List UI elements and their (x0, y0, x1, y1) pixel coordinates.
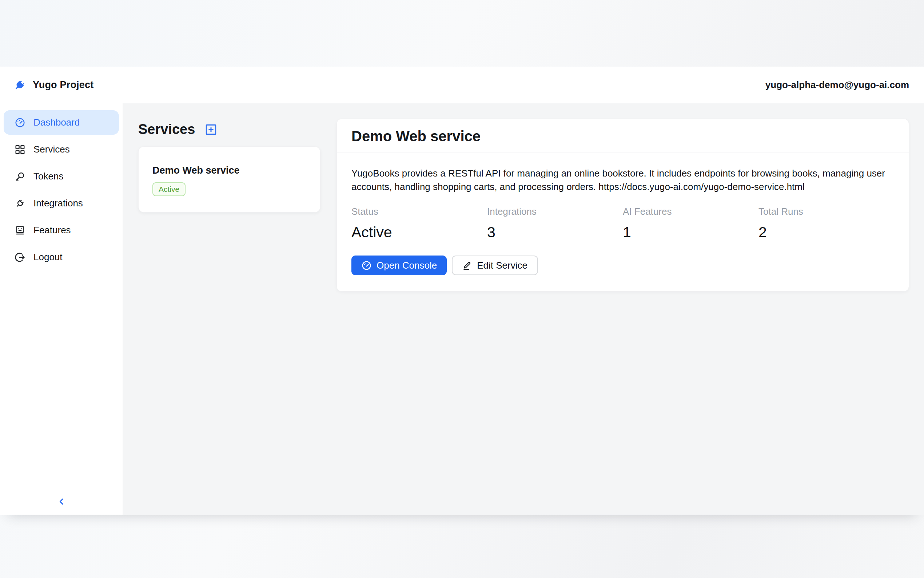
sidebar-item-label: Logout (34, 252, 63, 263)
key-icon (15, 171, 26, 182)
service-detail-title: Demo Web service (351, 128, 894, 144)
edit-service-label: Edit Service (477, 260, 528, 271)
main-content: Services Demo Web service Active Demo We… (123, 103, 924, 515)
stat-integrations: Integrations 3 (487, 206, 623, 241)
logout-icon (15, 252, 26, 263)
sidebar-nav: Dashboard Services Token (4, 110, 119, 270)
stat-value: 1 (623, 224, 759, 241)
edit-service-button[interactable]: Edit Service (452, 255, 538, 275)
app-header: Yugo Project yugo-alpha-demo@yugo-ai.com (0, 67, 924, 103)
user-email: yugo-alpha-demo@yugo-ai.com (765, 80, 909, 91)
sidebar-item-dashboard[interactable]: Dashboard (4, 110, 119, 135)
stat-label: Integrations (487, 206, 623, 217)
service-description: YugoBooks provides a RESTful API for man… (351, 167, 894, 194)
stat-label: Status (351, 206, 487, 217)
sidebar-item-label: Features (34, 224, 71, 236)
stat-value: Active (351, 224, 487, 241)
stat-value: 3 (487, 224, 623, 241)
open-console-button[interactable]: Open Console (351, 255, 447, 275)
app-logo-plug-icon (13, 79, 26, 92)
chevron-left-icon (56, 496, 67, 507)
service-status-badge: Active (152, 182, 186, 196)
service-detail-panel: Demo Web service YugoBooks provides a RE… (337, 119, 909, 292)
sidebar-item-label: Services (34, 144, 70, 155)
bot-icon (15, 225, 26, 236)
sidebar-item-label: Tokens (34, 171, 63, 182)
service-card-name: Demo Web service (152, 165, 306, 176)
add-service-button[interactable] (204, 123, 218, 136)
stat-status: Status Active (351, 206, 487, 241)
open-console-label: Open Console (377, 260, 437, 271)
stat-label: Total Runs (759, 206, 894, 217)
grid-icon (15, 144, 26, 155)
service-card[interactable]: Demo Web service Active (138, 146, 320, 213)
stat-label: AI Features (623, 206, 759, 217)
sidebar-item-label: Integrations (34, 198, 83, 209)
sidebar-item-services[interactable]: Services (4, 137, 119, 162)
services-heading: Services (138, 122, 195, 137)
gauge-icon (15, 117, 26, 128)
app-title: Yugo Project (33, 80, 94, 91)
sidebar-item-features[interactable]: Features (4, 218, 119, 242)
services-panel: Services Demo Web service Active (138, 122, 320, 213)
stat-value: 2 (759, 224, 894, 241)
sidebar: Dashboard Services Token (0, 103, 123, 515)
gauge-icon (361, 260, 372, 271)
sidebar-item-integrations[interactable]: Integrations (4, 191, 119, 216)
sidebar-item-logout[interactable]: Logout (4, 245, 119, 270)
pen-line-icon (462, 261, 472, 270)
plus-square-icon (204, 123, 218, 136)
sidebar-item-label: Dashboard (34, 117, 80, 128)
sidebar-item-tokens[interactable]: Tokens (4, 164, 119, 188)
brand: Yugo Project (13, 79, 94, 92)
stat-total-runs: Total Runs 2 (759, 206, 894, 241)
plug-icon (15, 198, 26, 209)
service-stats: Status Active Integrations 3 AI Features… (351, 206, 894, 241)
stat-ai-features: AI Features 1 (623, 206, 759, 241)
sidebar-collapse-button[interactable] (0, 494, 123, 510)
